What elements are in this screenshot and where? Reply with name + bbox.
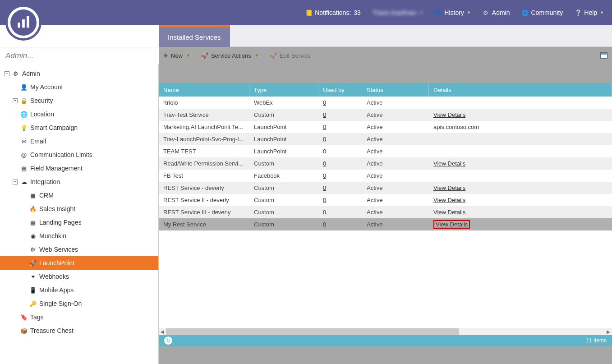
cell-used: 0	[318, 209, 362, 216]
grid-footer: ↻ 11 items	[159, 335, 612, 346]
chevron-down-icon: ▼	[419, 10, 423, 15]
table-row[interactable]: Marketing.AI LaunchPoint Te...LaunchPoin…	[159, 121, 612, 133]
view-details-link[interactable]: View Details	[433, 160, 465, 167]
used-by-link[interactable]: 0	[323, 99, 326, 106]
scroll-track[interactable]	[166, 328, 605, 335]
used-by-link[interactable]: 0	[323, 124, 326, 130]
tree-item-single-sign-on[interactable]: 🔑Single Sign-On	[0, 297, 158, 310]
tree-item-location[interactable]: 🌐Location	[0, 107, 158, 121]
table-row[interactable]: My Rest ServiceCustom0ActiveView Details	[159, 218, 612, 230]
used-by-link[interactable]: 0	[323, 172, 326, 179]
tree-item-munchkin[interactable]: ◉Munchkin	[0, 229, 158, 243]
community-label: Community	[531, 9, 563, 16]
spacer	[22, 288, 27, 293]
tree-item-web-services[interactable]: ⚙Web Services	[0, 243, 158, 256]
used-by-link[interactable]: 0	[323, 111, 326, 118]
tree-item-email[interactable]: ✉Email	[0, 134, 158, 148]
col-details[interactable]: Details	[429, 83, 612, 97]
search-input[interactable]	[5, 51, 154, 61]
scroll-left-arrow[interactable]: ◀	[159, 328, 166, 335]
used-by-link[interactable]: 0	[323, 209, 326, 216]
edit-service-button[interactable]: 🚀 Edit Service	[270, 52, 311, 59]
scroll-thumb[interactable]	[166, 328, 459, 335]
tree-item-crm[interactable]: ▦CRM	[0, 189, 158, 202]
tree-item-tags[interactable]: 🔖Tags	[0, 310, 158, 324]
col-name[interactable]: Name	[159, 83, 249, 97]
cell-type: Custom	[249, 197, 318, 203]
tree-item-icon: 📱	[29, 286, 37, 294]
view-details-link[interactable]: View Details	[433, 184, 465, 191]
tree-item-sales-insight[interactable]: 🔥Sales Insight	[0, 202, 158, 216]
tree-item-mobile-apps[interactable]: 📱Mobile Apps	[0, 283, 158, 297]
service-actions-button[interactable]: 🚀 Service Actions ▼	[201, 52, 259, 59]
new-button[interactable]: ✳ New ▼	[163, 52, 190, 59]
notifications-menu[interactable]: 📒 Notifications: 33	[305, 9, 361, 16]
tree-root-admin[interactable]: −⚙Admin	[0, 67, 158, 80]
spacer	[22, 193, 27, 198]
horizontal-scrollbar[interactable]: ◀ ▶	[159, 328, 612, 335]
history-label: History	[444, 9, 464, 16]
col-status[interactable]: Status	[362, 83, 429, 97]
scroll-right-arrow[interactable]: ▶	[605, 328, 612, 335]
spacer	[13, 166, 18, 171]
cell-name: REST Service III - deverly	[159, 209, 249, 216]
tree-item-label: LaunchPoint	[39, 259, 74, 267]
user-menu[interactable]: Travis Kaufman ▼	[373, 9, 423, 16]
table-row[interactable]: Trav-Test ServiceCustom0ActiveView Detai…	[159, 109, 612, 121]
tree-item-label: CRM	[39, 192, 54, 199]
history-menu[interactable]: 👣 History ▼	[435, 9, 470, 16]
app-logo[interactable]	[5, 5, 41, 41]
col-used[interactable]: Used by	[318, 83, 362, 97]
refresh-button[interactable]: ↻	[164, 336, 172, 345]
view-details-link[interactable]: View Details	[433, 197, 465, 203]
community-link[interactable]: 🌐 Community	[521, 9, 563, 16]
tab-installed-services[interactable]: Installed Services	[159, 25, 230, 47]
table-row[interactable]: Read/Write Permission Servi...Custom0Act…	[159, 157, 612, 170]
tree-item-launchpoint[interactable]: 🚀LaunchPoint	[0, 256, 158, 270]
cell-used: 0	[318, 136, 362, 143]
tree-item-treasure-chest[interactable]: 📦Treasure Chest	[0, 324, 158, 337]
table-row[interactable]: REST Service II - deverlyCustom0ActiveVi…	[159, 194, 612, 206]
tree-item-field-management[interactable]: ▤Field Management	[0, 161, 158, 175]
used-by-link[interactable]: 0	[323, 136, 326, 143]
cell-type: Custom	[249, 221, 318, 228]
table-row[interactable]: Trav-LaunchPoint-Svc-Prog-I...LaunchPoin…	[159, 133, 612, 145]
used-by-link[interactable]: 0	[323, 160, 326, 167]
globe-icon: 🌐	[521, 9, 528, 16]
used-by-link[interactable]: 0	[323, 148, 326, 155]
used-by-link[interactable]: 0	[323, 184, 326, 191]
view-details-link[interactable]: View Details	[436, 221, 468, 228]
used-by-link[interactable]: 0	[323, 197, 326, 203]
collapse-icon[interactable]: −	[5, 71, 9, 76]
help-menu[interactable]: ❔ Help ▼	[575, 9, 604, 16]
expand-icon[interactable]: +	[13, 98, 18, 103]
cell-used: 0	[318, 221, 362, 228]
table-row[interactable]: rtrioloWebEx0Active	[159, 97, 612, 109]
table-row[interactable]: FB TestFacebook0Active	[159, 170, 612, 182]
view-details-link[interactable]: View Details	[433, 209, 465, 216]
col-type[interactable]: Type	[249, 83, 318, 97]
table-row[interactable]: REST Service - deverlyCustom0ActiveView …	[159, 182, 612, 194]
admin-link[interactable]: ⚙ Admin	[483, 9, 510, 16]
table-row[interactable]: REST Service III - deverlyCustom0ActiveV…	[159, 206, 612, 218]
table-row[interactable]: TEAM TESTLaunchPoint0Active	[159, 145, 612, 157]
tree-item-landing-pages[interactable]: ▤Landing Pages	[0, 216, 158, 229]
cell-type: LaunchPoint	[249, 148, 318, 155]
tree-item-label: Landing Pages	[39, 219, 81, 226]
view-details-link[interactable]: View Details	[433, 111, 465, 118]
tree-item-communication-limits[interactable]: @Communication Limits	[0, 148, 158, 161]
tree-item-icon: ☁	[20, 178, 28, 185]
tree-item-security[interactable]: +🔒Security	[0, 94, 158, 107]
tree-item-label: Tags	[30, 313, 44, 321]
tree-item-integration[interactable]: −☁Integration	[0, 175, 158, 189]
tree-item-webhooks[interactable]: ✦Webhooks	[0, 270, 158, 283]
tree-item-smart-campaign[interactable]: 💡Smart Campaign	[0, 121, 158, 134]
tree-item-label: Sales Insight	[39, 205, 75, 212]
used-by-link[interactable]: 0	[323, 221, 326, 228]
book-icon: 📒	[305, 9, 312, 16]
tree-item-my-account[interactable]: 👤My Account	[0, 80, 158, 94]
cell-type: LaunchPoint	[249, 124, 318, 130]
view-toggle-button[interactable]	[600, 52, 607, 59]
collapse-icon[interactable]: −	[13, 180, 18, 184]
tree-item-icon: @	[20, 151, 28, 158]
